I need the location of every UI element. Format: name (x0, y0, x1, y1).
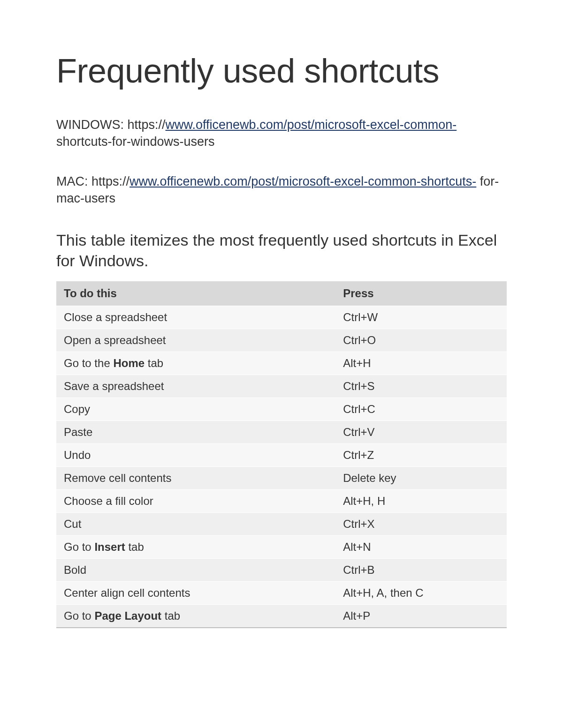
action-cell: Remove cell contents (56, 466, 335, 489)
table-row: PasteCtrl+V (56, 420, 507, 443)
action-cell: Center align cell contents (56, 581, 335, 604)
action-cell: Bold (56, 558, 335, 581)
action-text: tab (161, 609, 180, 622)
press-cell: Ctrl+V (335, 420, 507, 443)
action-text: Cut (64, 518, 81, 530)
press-cell: Ctrl+S (335, 375, 507, 398)
table-row: Close a spreadsheetCtrl+W (56, 306, 507, 329)
press-cell: Ctrl+C (335, 398, 507, 420)
windows-source-line: WINDOWS: https://www.officenewb.com/post… (56, 116, 507, 150)
press-cell: Delete key (335, 466, 507, 489)
action-text: Close a spreadsheet (64, 311, 167, 323)
action-text: Center align cell contents (64, 586, 190, 599)
action-text: Paste (64, 426, 92, 438)
press-cell: Alt+H, A, then C (335, 581, 507, 604)
press-cell: Ctrl+Z (335, 443, 507, 466)
table-row: Center align cell contentsAlt+H, A, then… (56, 581, 507, 604)
press-cell: Ctrl+W (335, 306, 507, 329)
mac-source-line: MAC: https://www.officenewb.com/post/mic… (56, 173, 507, 207)
page-title: Frequently used shortcuts (56, 52, 507, 90)
press-cell: Ctrl+O (335, 329, 507, 352)
action-cell: Choose a fill color (56, 489, 335, 512)
table-row: Save a spreadsheetCtrl+S (56, 375, 507, 398)
action-cell: Open a spreadsheet (56, 329, 335, 352)
action-cell: Go to Page Layout tab (56, 604, 335, 628)
table-row: Go to Insert tabAlt+N (56, 535, 507, 558)
press-cell: Alt+H (335, 352, 507, 375)
action-cell: Close a spreadsheet (56, 306, 335, 329)
action-text: Go to the (64, 357, 113, 369)
header-press: Press (335, 281, 507, 306)
windows-prefix: WINDOWS: https:// (56, 118, 166, 132)
action-bold: Page Layout (94, 609, 161, 622)
shortcuts-table: To do this Press Close a spreadsheetCtrl… (56, 281, 507, 628)
header-action: To do this (56, 281, 335, 306)
table-row: Open a spreadsheetCtrl+O (56, 329, 507, 352)
action-cell: Go to the Home tab (56, 352, 335, 375)
action-text: Remove cell contents (64, 472, 171, 484)
action-text: Undo (64, 449, 91, 461)
action-text: Choose a fill color (64, 495, 153, 507)
mac-prefix: MAC: https:// (56, 174, 129, 188)
table-row: CutCtrl+X (56, 512, 507, 535)
press-cell: Ctrl+X (335, 512, 507, 535)
windows-link[interactable]: www.officenewb.com/post/microsoft-excel-… (166, 118, 457, 132)
action-text: Copy (64, 403, 90, 415)
table-row: Go to Page Layout tabAlt+P (56, 604, 507, 628)
table-caption: This table itemizes the most frequently … (56, 230, 507, 271)
action-cell: Save a spreadsheet (56, 375, 335, 398)
table-row: UndoCtrl+Z (56, 443, 507, 466)
action-text: tab (125, 540, 144, 553)
action-text: Open a spreadsheet (64, 334, 166, 346)
table-row: Remove cell contentsDelete key (56, 466, 507, 489)
action-text: Go to (64, 540, 94, 553)
action-text: Go to (64, 609, 94, 622)
shortcuts-table-body: Close a spreadsheetCtrl+WOpen a spreadsh… (56, 306, 507, 628)
mac-link[interactable]: www.officenewb.com/post/microsoft-excel-… (129, 174, 476, 188)
table-row: CopyCtrl+C (56, 398, 507, 420)
action-text: Save a spreadsheet (64, 380, 164, 392)
action-text: tab (145, 357, 163, 369)
action-cell: Paste (56, 420, 335, 443)
table-row: Go to the Home tabAlt+H (56, 352, 507, 375)
table-row: BoldCtrl+B (56, 558, 507, 581)
action-cell: Cut (56, 512, 335, 535)
action-cell: Copy (56, 398, 335, 420)
action-bold: Home (113, 357, 145, 369)
table-row: Choose a fill colorAlt+H, H (56, 489, 507, 512)
press-cell: Alt+H, H (335, 489, 507, 512)
action-cell: Go to Insert tab (56, 535, 335, 558)
press-cell: Alt+P (335, 604, 507, 628)
action-bold: Insert (94, 540, 125, 553)
action-cell: Undo (56, 443, 335, 466)
action-text: Bold (64, 563, 86, 576)
press-cell: Alt+N (335, 535, 507, 558)
press-cell: Ctrl+B (335, 558, 507, 581)
windows-suffix: shortcuts-for-windows-users (56, 135, 215, 149)
